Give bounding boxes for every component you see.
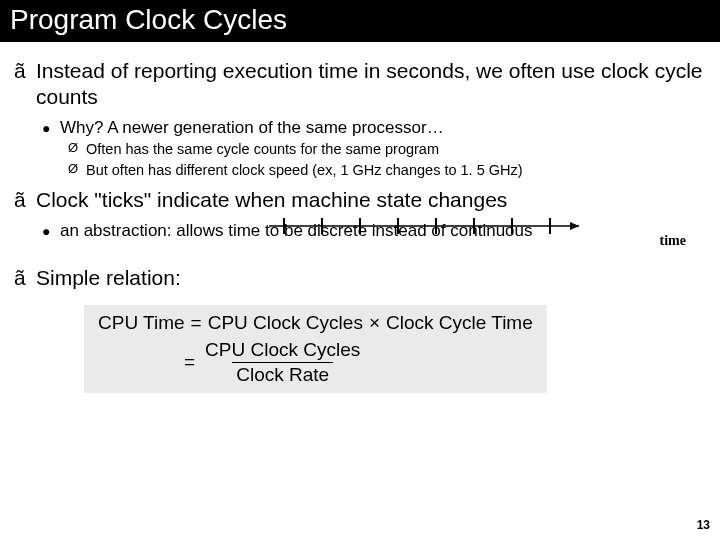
bullet-text: Instead of reporting execution time in s… (36, 58, 706, 111)
bullet-text: But often has different clock speed (ex,… (86, 161, 523, 180)
bullet-level1: ã Clock "ticks" indicate when machine st… (14, 187, 706, 213)
timeline-label: time (660, 233, 686, 249)
bullet-text: Simple relation: (36, 265, 181, 291)
bullet-level2: ● Why? A newer generation of the same pr… (42, 117, 706, 138)
bullet-marker-a: ã (14, 58, 36, 111)
bullet-marker-b: ● (42, 220, 60, 241)
formula-lhs: CPU Time (98, 313, 185, 334)
formula-line2: = CPU Clock Cycles Clock Rate (98, 340, 533, 385)
times-sign-icon: × (369, 313, 380, 334)
bullet-level1: ã Simple relation: (14, 265, 706, 291)
formula-term: CPU Clock Cycles (208, 313, 363, 334)
slide-content: ã Instead of reporting execution time in… (0, 42, 720, 393)
bullet-level3: Ø But often has different clock speed (e… (68, 161, 706, 180)
formula-block: CPU Time = CPU Clock Cycles × Clock Cycl… (84, 305, 706, 393)
equals-sign-icon: = (184, 352, 195, 373)
formula-fraction: CPU Clock Cycles Clock Rate (201, 340, 364, 385)
formula-box: CPU Time = CPU Clock Cycles × Clock Cycl… (84, 305, 547, 393)
bullet-marker-a: ã (14, 187, 36, 213)
page-number: 13 (697, 518, 710, 532)
bullet-marker-c: Ø (68, 161, 86, 180)
bullet-level3: Ø Often has the same cycle counts for th… (68, 140, 706, 159)
bullet-text: Often has the same cycle counts for the … (86, 140, 439, 159)
bullet-text: Why? A newer generation of the same proc… (60, 117, 444, 138)
bullet-text: Clock "ticks" indicate when machine stat… (36, 187, 507, 213)
equals-sign-icon: = (191, 313, 202, 334)
slide-title: Program Clock Cycles (0, 0, 720, 42)
svg-marker-1 (570, 222, 579, 230)
fraction-numerator: CPU Clock Cycles (201, 340, 364, 362)
formula-term: Clock Cycle Time (386, 313, 533, 334)
bullet-level1: ã Instead of reporting execution time in… (14, 58, 706, 111)
timeline-diagram: time (264, 211, 706, 251)
bullet-marker-c: Ø (68, 140, 86, 159)
formula-line1: CPU Time = CPU Clock Cycles × Clock Cycl… (98, 313, 533, 334)
bullet-marker-a: ã (14, 265, 36, 291)
timeline-axis-icon (264, 211, 594, 241)
fraction-denominator: Clock Rate (232, 362, 333, 385)
bullet-marker-b: ● (42, 117, 60, 138)
